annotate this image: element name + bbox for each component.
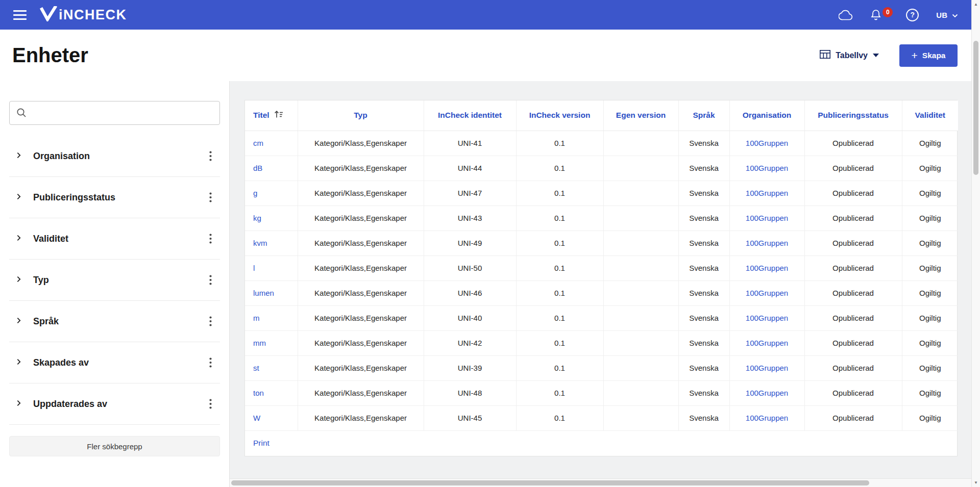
horizontal-scrollbar-thumb[interactable]: [231, 480, 869, 485]
vertical-scrollbar-thumb[interactable]: [973, 41, 978, 175]
table-cell-link[interactable]: 100Gruppen: [729, 380, 804, 405]
table-cell-link[interactable]: 100Gruppen: [729, 280, 804, 305]
print-link[interactable]: Print: [245, 431, 957, 456]
table-cell-link[interactable]: 100Gruppen: [729, 131, 804, 156]
table-cell: 0.1: [516, 330, 603, 355]
cloud-sync-icon[interactable]: [839, 10, 853, 20]
table-cell-link[interactable]: m: [245, 305, 298, 330]
table-cell: 0.1: [516, 355, 603, 380]
table-cell: Ogiltig: [902, 305, 958, 330]
column-header-egen-version[interactable]: Egen version: [603, 100, 678, 131]
table-cell-link[interactable]: 100Gruppen: [729, 305, 804, 330]
table-cell: Svenska: [678, 230, 729, 255]
kebab-menu-icon[interactable]: [204, 354, 217, 371]
table-cell-link[interactable]: ton: [245, 380, 298, 405]
table-cell: Opublicerad: [804, 131, 902, 156]
kebab-menu-icon[interactable]: [204, 189, 217, 206]
sort-ascending-icon[interactable]: [274, 110, 283, 121]
create-button[interactable]: + Skapa: [899, 44, 958, 67]
table-cell-link[interactable]: st: [245, 355, 298, 380]
app-logo[interactable]: iNCHECK: [40, 6, 127, 23]
filter-group-validitet[interactable]: Validitet: [9, 218, 220, 260]
table-cell: [603, 330, 678, 355]
chevron-right-icon: [15, 234, 22, 243]
table-cell-link[interactable]: 100Gruppen: [729, 405, 804, 430]
horizontal-scrollbar[interactable]: [230, 478, 971, 487]
table-view-icon: [820, 50, 830, 61]
column-header-publiceringsstatus[interactable]: Publiceringsstatus: [804, 100, 902, 131]
filter-group-skapades-av[interactable]: Skapades av: [9, 342, 220, 383]
filter-label: Publiceringsstatus: [33, 192, 115, 203]
scroll-up-arrow[interactable]: ▲: [972, 0, 980, 9]
table-cell-link[interactable]: 100Gruppen: [729, 181, 804, 206]
table-row: gKategori/Klass,EgenskaperUNI-470.1Svens…: [245, 181, 958, 206]
column-header-titel[interactable]: Titel: [245, 100, 298, 131]
table-cell: 0.1: [516, 181, 603, 206]
kebab-menu-icon[interactable]: [204, 272, 217, 288]
table-cell-link[interactable]: cm: [245, 131, 298, 156]
kebab-menu-icon[interactable]: [204, 396, 217, 412]
table-cell-link[interactable]: 100Gruppen: [729, 330, 804, 355]
column-header-validitet[interactable]: Validitet: [902, 100, 958, 131]
table-row: lKategori/Klass,EgenskaperUNI-500.1Svens…: [245, 255, 958, 280]
scroll-down-arrow[interactable]: ▼: [972, 478, 980, 487]
filter-label: Uppdaterades av: [33, 399, 107, 409]
table-cell-link[interactable]: 100Gruppen: [729, 255, 804, 280]
user-menu[interactable]: UB: [936, 11, 958, 19]
table-cell: Svenska: [678, 181, 729, 206]
column-header-organisation[interactable]: Organisation: [729, 100, 804, 131]
table-cell: Svenska: [678, 131, 729, 156]
table-header-row: Titel Typ InCheck identitet InCheck vers…: [245, 100, 958, 131]
table-cell-link[interactable]: 100Gruppen: [729, 206, 804, 230]
table-cell-link[interactable]: dB: [245, 156, 298, 181]
column-header-sprak[interactable]: Språk: [678, 100, 729, 131]
column-header-incheck-identitet[interactable]: InCheck identitet: [424, 100, 516, 131]
table-cell: 0.1: [516, 230, 603, 255]
hamburger-menu-icon[interactable]: [13, 10, 27, 20]
table-cell: Opublicerad: [804, 380, 902, 405]
table-cell-link[interactable]: g: [245, 181, 298, 206]
table-cell: Ogiltig: [902, 255, 958, 280]
table-cell: Svenska: [678, 405, 729, 430]
kebab-menu-icon[interactable]: [204, 148, 217, 164]
view-selector[interactable]: Tabellvy: [820, 50, 879, 61]
table-cell: Opublicerad: [804, 405, 902, 430]
search-input[interactable]: [9, 101, 220, 125]
kebab-menu-icon[interactable]: [204, 230, 217, 247]
table-cell-link[interactable]: W: [245, 405, 298, 430]
table-cell: Svenska: [678, 330, 729, 355]
vertical-scrollbar[interactable]: ▲ ▼: [971, 0, 980, 487]
filter-group-typ[interactable]: Typ: [9, 260, 220, 301]
table-row: kgKategori/Klass,EgenskaperUNI-430.1Sven…: [245, 206, 958, 230]
help-icon[interactable]: ?: [906, 9, 919, 21]
kebab-menu-icon[interactable]: [204, 313, 217, 329]
table-cell-link[interactable]: lumen: [245, 280, 298, 305]
table-row: stKategori/Klass,EgenskaperUNI-390.1Sven…: [245, 355, 958, 380]
table-cell: Opublicerad: [804, 255, 902, 280]
table-cell-link[interactable]: 100Gruppen: [729, 156, 804, 181]
table-cell-link[interactable]: 100Gruppen: [729, 230, 804, 255]
filter-label: Skapades av: [33, 357, 89, 368]
table-cell-link[interactable]: kg: [245, 206, 298, 230]
table-cell-link[interactable]: kvm: [245, 230, 298, 255]
table-cell: Svenska: [678, 156, 729, 181]
table-cell: UNI-39: [424, 355, 516, 380]
table-cell: Opublicerad: [804, 230, 902, 255]
column-header-typ[interactable]: Typ: [298, 100, 424, 131]
plus-icon: +: [912, 50, 918, 61]
filter-group-sprak[interactable]: Språk: [9, 301, 220, 342]
table-cell-link[interactable]: l: [245, 255, 298, 280]
table-row: WKategori/Klass,EgenskaperUNI-450.1Svens…: [245, 405, 958, 430]
table-cell: UNI-42: [424, 330, 516, 355]
notifications-bell-icon[interactable]: 0: [870, 9, 881, 21]
more-search-terms-button[interactable]: Fler sökbegrepp: [9, 436, 220, 456]
filter-group-organisation[interactable]: Organisation: [9, 136, 220, 177]
filter-group-publiceringsstatus[interactable]: Publiceringsstatus: [9, 177, 220, 218]
table-cell: UNI-50: [424, 255, 516, 280]
filter-group-uppdaterades-av[interactable]: Uppdaterades av: [9, 383, 220, 425]
table-cell: UNI-46: [424, 280, 516, 305]
column-header-incheck-version[interactable]: InCheck version: [516, 100, 603, 131]
table-cell: Ogiltig: [902, 206, 958, 230]
table-cell-link[interactable]: mm: [245, 330, 298, 355]
table-cell-link[interactable]: 100Gruppen: [729, 355, 804, 380]
